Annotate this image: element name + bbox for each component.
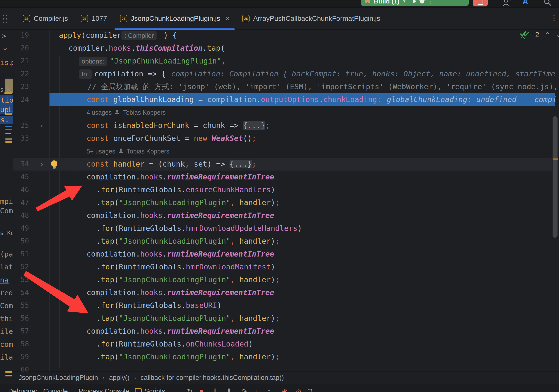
folded-region[interactable]: {...} (243, 121, 265, 130)
debug-tab-label[interactable]: Console (43, 388, 68, 392)
code-with-me-icon[interactable] (502, 0, 511, 8)
more-options-icon[interactable]: ⋮ (428, 0, 434, 2)
code-line[interactable]: .tap("JsonpChunkLoadingPlugin", handler)… (96, 312, 280, 325)
usages-hint[interactable]: 5+ usages (87, 148, 115, 155)
debug-tab-label[interactable]: Scripts (145, 388, 165, 392)
scrollbar-thumb[interactable] (553, 116, 558, 238)
code-editor[interactable]: 19apply(compiler: Compiler ) {20compiler… (0, 0, 559, 392)
line-number[interactable]: 48 (13, 209, 29, 222)
debug-action-icon[interactable]: ◉ (282, 388, 288, 392)
usages-hint[interactable]: 4 usages (87, 109, 112, 116)
breadcrumb-item[interactable]: callback for compiler.hooks.thisCompilat… (140, 374, 284, 382)
code-line[interactable]: .tap("JsonpChunkLoadingPlugin", handler)… (96, 273, 280, 286)
tab-options-kebab-icon[interactable]: ⋮ (550, 13, 558, 22)
code-token: ; (275, 275, 280, 284)
run-play-icon[interactable] (413, 0, 417, 3)
close-icon[interactable]: × (225, 14, 230, 23)
code-line[interactable]: options:"JsonpChunkLoadingPlugin", (79, 55, 226, 67)
fold-chevron-icon[interactable]: › (40, 158, 43, 171)
author-hint[interactable]: Tobias Koppers (123, 109, 165, 116)
code-line[interactable]: compiler.hooks.thisCompilation.tap( (69, 42, 225, 55)
stop-button[interactable] (473, 0, 488, 6)
chevron-down-icon[interactable]: ▾ (403, 0, 405, 4)
line-number[interactable]: 46 (13, 183, 29, 196)
error-stripe-mark[interactable] (553, 158, 558, 160)
code-lens-row[interactable]: 4 usagesTobias Koppers (87, 106, 166, 119)
line-number[interactable]: 34 (13, 158, 29, 171)
code-line[interactable]: compilation.hooks.runtimeRequirementInTr… (87, 286, 274, 299)
line-number[interactable]: 25 (13, 119, 29, 132)
code-line[interactable]: const handler = (chunk, set) => {...}; (87, 158, 256, 171)
line-number[interactable]: 19 (13, 29, 29, 42)
line-number[interactable]: 59 (13, 350, 29, 363)
editor-tab[interactable]: JSJsonpChunkLoadingPlugin.js× (114, 8, 236, 29)
line-number[interactable]: 33 (13, 132, 29, 145)
breadcrumb-item[interactable]: apply() (109, 374, 130, 382)
code-line[interactable]: .for(RuntimeGlobals.hmrDownloadUpdateHan… (96, 222, 302, 235)
code-line[interactable]: fn:compilation => {compilation: Compilat… (79, 67, 555, 80)
debug-action-icon[interactable]: Ɔ (308, 388, 313, 392)
debug-tab-label[interactable]: Debugger (8, 388, 38, 392)
translate-a-icon[interactable]: A (522, 0, 528, 6)
debug-action-icon[interactable]: ↑ (267, 388, 271, 392)
line-number[interactable]: 54 (13, 286, 29, 299)
code-line[interactable]: const isEnabledForChunk = chunk => {...}… (87, 119, 270, 132)
line-number[interactable]: 51 (13, 248, 29, 261)
build-button[interactable]: Build (1) ▾ ⋮ (361, 0, 469, 6)
editor-tab[interactable]: JS1077 (74, 8, 113, 29)
line-number[interactable]: 56 (13, 312, 29, 325)
editor-tab[interactable]: JSArrayPushCallbackChunkFormatPlugin.js (236, 8, 387, 29)
code-line[interactable]: compilation.hooks.runtimeRequirementInTr… (87, 248, 274, 261)
debug-action-icon[interactable]: ↻ (187, 388, 193, 392)
inspections-widget[interactable]: 2 ⌃ ⌄ (519, 30, 559, 39)
debug-action-icon[interactable]: ↓ (255, 388, 258, 392)
debug-action-icon[interactable]: ■ (199, 388, 203, 392)
intention-bulb-icon[interactable] (51, 160, 57, 167)
line-number[interactable]: 57 (13, 325, 29, 338)
code-lens-row[interactable]: 5+ usagesTobias Koppers (87, 145, 169, 158)
folded-region[interactable]: {...} (230, 160, 252, 168)
line-number[interactable]: 22 (13, 67, 29, 80)
next-problem-icon[interactable]: ⌄ (556, 31, 559, 39)
code-line[interactable]: .for(RuntimeGlobals.hmrDownloadManifest) (96, 261, 275, 273)
debug-action-icon[interactable]: ↷ (241, 388, 247, 392)
line-number[interactable]: 23 (13, 80, 29, 93)
debug-action-icon[interactable]: ⊘ (296, 388, 302, 392)
line-number[interactable]: 24 (13, 93, 29, 106)
code-line[interactable]: // 全局块加载 的 方式: 'jsonp' (web), 'import' (… (88, 80, 558, 93)
code-line[interactable]: .for(RuntimeGlobals.baseURI) (96, 299, 222, 312)
line-number[interactable]: 45 (13, 171, 29, 183)
code-line[interactable]: apply(compiler: Compiler ) { (59, 29, 177, 42)
code-token: = (180, 134, 194, 143)
code-line[interactable]: compilation.hooks.runtimeRequirementInTr… (87, 325, 274, 338)
breadcrumb-item[interactable]: JsonpChunkLoadingPlugin (19, 374, 98, 382)
fold-chevron-icon[interactable]: › (40, 119, 43, 132)
debug-bug-icon[interactable] (420, 0, 424, 3)
prev-problem-icon[interactable]: ⌃ (545, 31, 550, 39)
code-line[interactable]: .tap("JsonpChunkLoadingPlugin", handler)… (96, 235, 280, 248)
code-line[interactable]: .tap("JsonpChunkLoadingPlugin", handler)… (96, 196, 280, 209)
line-number[interactable]: 50 (13, 235, 29, 248)
line-number[interactable]: 49 (13, 222, 29, 235)
line-number[interactable]: 53 (13, 273, 29, 286)
code-line[interactable]: compilation.hooks.runtimeRequirementInTr… (87, 171, 274, 183)
code-line[interactable]: .tap("JsonpChunkLoadingPlugin", handler)… (96, 350, 280, 363)
line-number[interactable]: 20 (13, 42, 29, 55)
line-number[interactable]: 58 (13, 338, 29, 350)
line-number[interactable]: 21 (13, 55, 29, 67)
line-number[interactable]: 47 (13, 196, 29, 209)
debug-tab-label[interactable]: Process Console (79, 388, 129, 392)
author-hint[interactable]: Tobias Koppers (127, 148, 169, 155)
line-number[interactable]: 55 (13, 299, 29, 312)
search-icon[interactable] (543, 0, 552, 8)
code-line[interactable]: .for(RuntimeGlobals.ensureChunkHandlers) (96, 183, 275, 196)
code-line[interactable]: compilation.hooks.runtimeRequirementInTr… (87, 209, 274, 222)
debug-action-icon[interactable]: ∥ (227, 388, 231, 392)
code-line[interactable]: const globalChunkLoading = compilation.o… (87, 93, 557, 106)
debug-action-icon[interactable]: ∥ (213, 388, 216, 392)
code-line[interactable]: .for(RuntimeGlobals.onChunksLoaded) (96, 338, 253, 350)
code-line[interactable]: const onceForChunkSet = new WeakSet(); (87, 132, 256, 145)
drag-handle-icon[interactable] (3, 15, 4, 16)
editor-tab[interactable]: JSCompiler.js (16, 8, 74, 29)
line-number[interactable]: 52 (13, 261, 29, 273)
